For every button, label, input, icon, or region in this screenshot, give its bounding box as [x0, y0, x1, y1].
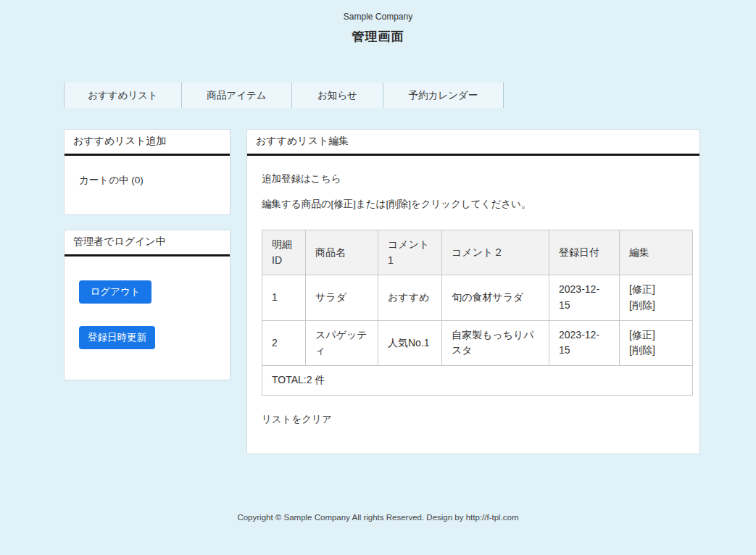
nav-item-label: おすすめリスト [88, 89, 158, 102]
admin-login-box: 管理者でログイン中 ログアウト 登録日時更新 [64, 230, 230, 380]
cell-edit: [修正] [削除] [620, 275, 693, 320]
nav-item-reservation-calendar[interactable]: 予約カレンダー [383, 83, 504, 108]
nav-item-label: お知らせ [317, 89, 357, 102]
site-header: Sample Company 管理画面 [0, 0, 756, 45]
recommend-edit-panel: おすすめリスト編集 追加登録はこちら 編集する商品の[修正]または[削除]をクリ… [246, 129, 700, 454]
nav-item-label: 商品アイテム [207, 89, 266, 102]
cell-detail-id: 1 [262, 275, 306, 320]
column-header-edit: 編集 [620, 230, 693, 275]
column-header-product-name: 商品名 [306, 230, 378, 275]
admin-login-box-title: 管理者でログイン中 [65, 230, 230, 256]
recommend-list-table: 明細ID 商品名 コメント1 コメント２ 登録日付 編集 1 サラダ おすすめ [262, 230, 693, 396]
logout-button[interactable]: ログアウト [79, 280, 151, 304]
delete-link[interactable]: [削除] [629, 298, 683, 314]
edit-instruction-text: 編集する商品の[修正]または[削除]をクリックしてください。 [262, 198, 689, 211]
copyright-text: Copyright © Sample Company All rights Re… [237, 513, 518, 522]
add-registration-link[interactable]: 追加登録はこちら [262, 172, 341, 185]
column-header-detail-id: 明細ID [262, 230, 306, 275]
recommend-edit-panel-title: おすすめリスト編集 [247, 130, 699, 156]
content-layout: おすすめリスト追加 カートの中 (0) 管理者でログイン中 ログアウト 登録日時… [64, 129, 756, 454]
table-total-row: TOTAL:2 件 [262, 366, 693, 396]
cell-comment2: 旬の食材サラダ [442, 275, 549, 320]
table-row: 1 サラダ おすすめ 旬の食材サラダ 2023-12-15 [修正] [削除] [262, 275, 693, 320]
cell-comment1: おすすめ [378, 275, 442, 320]
cell-comment2: 自家製もっちりパスタ [442, 320, 549, 365]
delete-link[interactable]: [削除] [629, 343, 683, 359]
site-footer: Copyright © Sample Company All rights Re… [0, 513, 756, 555]
table-header-row: 明細ID 商品名 コメント1 コメント２ 登録日付 編集 [262, 230, 693, 275]
cell-comment1: 人気No.1 [378, 320, 442, 365]
page-title: 管理画面 [0, 28, 756, 45]
update-registration-date-button[interactable]: 登録日時更新 [79, 326, 155, 349]
cart-status: カートの中 (0) [65, 156, 230, 214]
column-header-registration-date: 登録日付 [549, 230, 620, 275]
recommend-add-box: おすすめリスト追加 カートの中 (0) [64, 129, 230, 215]
recommend-add-box-title: おすすめリスト追加 [65, 130, 230, 156]
column-header-comment1: コメント1 [378, 230, 442, 275]
edit-link[interactable]: [修正] [629, 282, 683, 298]
total-count: TOTAL:2 件 [262, 366, 693, 396]
recommend-edit-panel-body: 追加登録はこちら 編集する商品の[修正]または[削除]をクリックしてください。 … [247, 156, 699, 454]
cell-edit: [修正] [削除] [620, 320, 693, 365]
main-nav: おすすめリスト 商品アイテム お知らせ 予約カレンダー [64, 83, 756, 108]
nav-item-label: 予約カレンダー [409, 89, 478, 102]
company-name: Sample Company [0, 12, 756, 22]
nav-item-recommend-list[interactable]: おすすめリスト [64, 83, 181, 108]
cell-detail-id: 2 [262, 320, 306, 365]
clear-list-link[interactable]: リストをクリア [262, 413, 332, 426]
table-row: 2 スパゲッティ 人気No.1 自家製もっちりパスタ 2023-12-15 [修… [262, 320, 693, 365]
nav-item-news[interactable]: お知らせ [291, 83, 383, 108]
main-content: おすすめリスト編集 追加登録はこちら 編集する商品の[修正]または[削除]をクリ… [246, 129, 700, 454]
cell-registration-date: 2023-12-15 [549, 320, 620, 365]
admin-login-box-body: ログアウト 登録日時更新 [65, 256, 230, 380]
edit-link[interactable]: [修正] [629, 327, 683, 343]
sidebar: おすすめリスト追加 カートの中 (0) 管理者でログイン中 ログアウト 登録日時… [64, 129, 230, 380]
cell-product-name: サラダ [306, 275, 378, 320]
column-header-comment2: コメント２ [442, 230, 549, 275]
cell-product-name: スパゲッティ [306, 320, 378, 365]
nav-item-product-items[interactable]: 商品アイテム [181, 83, 291, 108]
cell-registration-date: 2023-12-15 [549, 275, 620, 320]
